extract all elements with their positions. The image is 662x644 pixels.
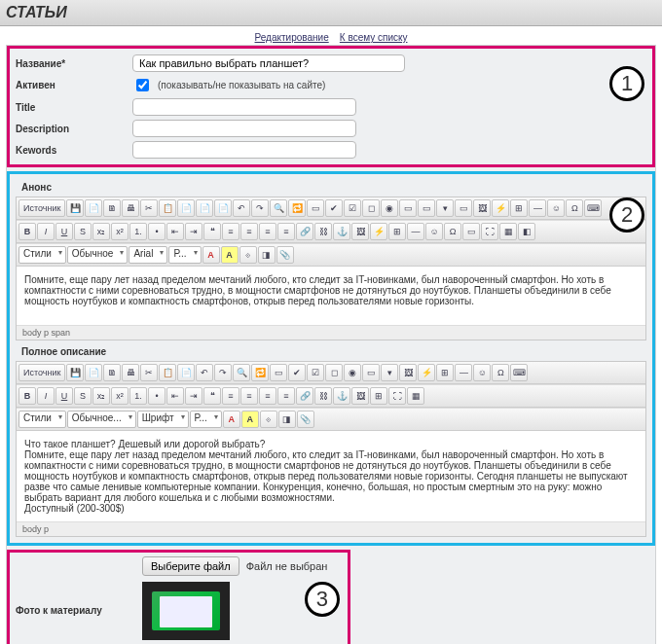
- templates-icon[interactable]: ⟐: [239, 246, 257, 264]
- description-input[interactable]: [132, 120, 356, 137]
- div-icon[interactable]: ◨: [278, 411, 296, 428]
- full-body[interactable]: Что такое планшет? Дешевый или дорогой в…: [17, 431, 645, 521]
- radio-icon[interactable]: ◉: [344, 364, 361, 381]
- superscript-icon[interactable]: x²: [111, 387, 129, 405]
- newpage-icon[interactable]: 📄: [85, 199, 102, 217]
- selectall-icon[interactable]: ▭: [307, 199, 324, 217]
- print-icon[interactable]: 🖶: [122, 364, 139, 381]
- keywords-input[interactable]: [132, 141, 356, 159]
- smiley-icon[interactable]: ☺: [547, 199, 565, 217]
- unlink-icon[interactable]: ⛓: [314, 387, 332, 405]
- bgcolor-icon[interactable]: A: [221, 246, 239, 264]
- align-left-icon[interactable]: ≡: [222, 223, 239, 240]
- font-select[interactable]: Arial: [129, 246, 167, 264]
- redo-icon[interactable]: ↷: [251, 199, 269, 217]
- pagebreak-icon[interactable]: ⌨: [510, 364, 528, 381]
- attach-icon[interactable]: 📎: [276, 246, 294, 264]
- font-select[interactable]: Шрифт: [137, 411, 189, 428]
- maximize-icon[interactable]: ⛶: [388, 387, 406, 405]
- blockquote-icon[interactable]: ❝: [203, 387, 221, 405]
- flash-icon[interactable]: ⚡: [418, 364, 435, 381]
- flash2-icon[interactable]: ⚡: [370, 223, 387, 240]
- paste-word-icon[interactable]: 📄: [214, 199, 232, 217]
- image-icon[interactable]: 🖼: [473, 199, 491, 217]
- breadcrumb-edit[interactable]: Редактирование: [255, 32, 329, 43]
- outdent-icon[interactable]: ⇤: [166, 387, 184, 405]
- superscript-icon[interactable]: x²: [111, 223, 129, 240]
- newpage-icon[interactable]: 📄: [85, 364, 102, 381]
- bold-icon[interactable]: B: [18, 387, 36, 405]
- source-button[interactable]: Источник: [18, 364, 65, 381]
- title-input[interactable]: [132, 98, 356, 116]
- save-icon[interactable]: 💾: [66, 199, 84, 217]
- italic-icon[interactable]: I: [37, 223, 55, 240]
- maximize-icon[interactable]: ⛶: [481, 223, 498, 240]
- size-select[interactable]: Р...: [190, 411, 222, 428]
- anons-body[interactable]: Помните, еще пару лет назад пределом меч…: [17, 267, 645, 325]
- showblocks-icon[interactable]: ▦: [499, 223, 517, 240]
- align-justify-icon[interactable]: ≡: [277, 223, 295, 240]
- styles-select[interactable]: Стили: [18, 246, 66, 264]
- paste-icon[interactable]: 📄: [177, 364, 195, 381]
- find-icon[interactable]: 🔍: [233, 364, 250, 381]
- replace-icon[interactable]: 🔁: [288, 199, 306, 217]
- strike-icon[interactable]: S: [74, 387, 92, 405]
- blockquote-icon[interactable]: ❝: [203, 223, 221, 240]
- hr-icon[interactable]: —: [529, 199, 546, 217]
- about-icon[interactable]: ◧: [518, 223, 535, 240]
- styles-select[interactable]: Стили: [18, 411, 66, 428]
- subscript-icon[interactable]: x₂: [92, 387, 110, 405]
- image2-icon[interactable]: 🖼: [351, 223, 369, 240]
- specialchar-icon[interactable]: Ω: [566, 199, 583, 217]
- align-center-icon[interactable]: ≡: [240, 223, 258, 240]
- anchor-icon[interactable]: ⚓: [333, 387, 350, 405]
- paste-text-icon[interactable]: 📄: [196, 199, 213, 217]
- showblocks-icon[interactable]: ▦: [407, 387, 424, 405]
- selectall-icon[interactable]: ▭: [270, 364, 287, 381]
- preview-icon[interactable]: 🗎: [103, 364, 121, 381]
- link-icon[interactable]: 🔗: [296, 223, 313, 240]
- button-icon[interactable]: ▭: [455, 199, 472, 217]
- table-icon[interactable]: ⊞: [436, 364, 454, 381]
- align-right-icon[interactable]: ≡: [259, 223, 276, 240]
- strike-icon[interactable]: S: [74, 223, 92, 240]
- flash-icon[interactable]: ⚡: [492, 199, 509, 217]
- choose-file-button[interactable]: Выберите файл: [142, 556, 239, 576]
- anchor-icon[interactable]: ⚓: [333, 223, 350, 240]
- numlist-icon[interactable]: 1.: [129, 387, 147, 405]
- specialchar-icon[interactable]: Ω: [492, 364, 509, 381]
- table2-icon[interactable]: ⊞: [370, 387, 387, 405]
- format-select[interactable]: Обычное...: [67, 411, 136, 428]
- hr-icon[interactable]: —: [455, 364, 472, 381]
- image2-icon[interactable]: 🖼: [351, 387, 369, 405]
- align-center-icon[interactable]: ≡: [240, 387, 258, 405]
- active-checkbox[interactable]: [136, 79, 149, 91]
- name-input[interactable]: [132, 54, 405, 72]
- align-right-icon[interactable]: ≡: [259, 387, 276, 405]
- copy-icon[interactable]: 📋: [159, 199, 176, 217]
- print-icon[interactable]: 🖶: [122, 199, 139, 217]
- save-icon[interactable]: 💾: [66, 364, 84, 381]
- redo-icon[interactable]: ↷: [214, 364, 232, 381]
- numlist-icon[interactable]: 1.: [129, 223, 147, 240]
- checkbox-icon[interactable]: ◻: [325, 364, 343, 381]
- copy-icon[interactable]: 📋: [159, 364, 176, 381]
- undo-icon[interactable]: ↶: [196, 364, 213, 381]
- preview-icon[interactable]: 🗎: [103, 199, 121, 217]
- form-icon[interactable]: ☑: [307, 364, 324, 381]
- iframe-icon[interactable]: ▭: [462, 223, 480, 240]
- underline-icon[interactable]: U: [55, 387, 73, 405]
- indent-icon[interactable]: ⇥: [185, 223, 202, 240]
- textfield-icon[interactable]: ▭: [362, 364, 380, 381]
- subscript-icon[interactable]: x₂: [92, 223, 110, 240]
- image-icon[interactable]: 🖼: [399, 364, 417, 381]
- bgcolor-icon[interactable]: A: [241, 411, 259, 428]
- replace-icon[interactable]: 🔁: [251, 364, 269, 381]
- checkbox-icon[interactable]: ◻: [362, 199, 380, 217]
- underline-icon[interactable]: U: [55, 223, 73, 240]
- smiley-icon[interactable]: ☺: [473, 364, 491, 381]
- select-icon[interactable]: ▾: [436, 199, 454, 217]
- attach-icon[interactable]: 📎: [297, 411, 314, 428]
- size-select[interactable]: Р...: [168, 246, 201, 264]
- italic-icon[interactable]: I: [37, 387, 55, 405]
